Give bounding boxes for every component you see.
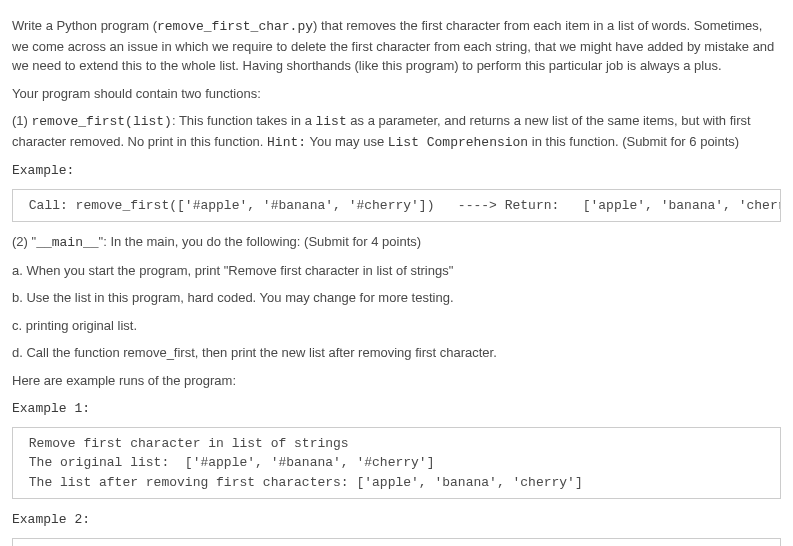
example-2-text: Example 2: [12,512,90,527]
example-1-label: Example 1: [12,398,781,419]
runs-label: Here are example runs of the program: [12,371,781,391]
example-label: Example: [12,160,781,181]
hint-label: Hint: [267,135,306,150]
step-b: b. Use the list in this program, hard co… [12,288,781,308]
intro-paragraph-1: Write a Python program (remove_first_cha… [12,16,781,76]
step-c: c. printing original list. [12,316,781,336]
filename-code: remove_first_char.py [157,19,313,34]
func1-desc-a: : This function takes in a [172,113,316,128]
example-2-label: Example 2: [12,509,781,530]
function-1-description: (1) remove_first(list): This function ta… [12,111,781,152]
main-desc: ": In the main, you do the following: (S… [99,234,422,249]
list-code: list [316,114,347,129]
example-label-text: Example: [12,163,74,178]
list-comprehension-code: List Comprehension [388,135,528,150]
step-d: d. Call the function remove_first, then … [12,343,781,363]
code-example-1: Call: remove_first(['#apple', '#banana',… [12,189,781,223]
example-1-text: Example 1: [12,401,90,416]
main-description: (2) "__main__": In the main, you do the … [12,232,781,253]
code-example-3: Remove first character in list of string… [12,538,781,547]
intro-text-a: Write a Python program ( [12,18,157,33]
main-label: (2) " [12,234,36,249]
hint-text-b: in this function. (Submit for 6 points) [528,134,739,149]
code-example-2: Remove first character in list of string… [12,427,781,500]
main-code: __main__ [36,235,98,250]
func1-signature: remove_first(list) [32,114,172,129]
step-a: a. When you start the program, print "Re… [12,261,781,281]
hint-text-a: You may use [306,134,388,149]
intro-paragraph-2: Your program should contain two function… [12,84,781,104]
func1-label: (1) [12,113,32,128]
